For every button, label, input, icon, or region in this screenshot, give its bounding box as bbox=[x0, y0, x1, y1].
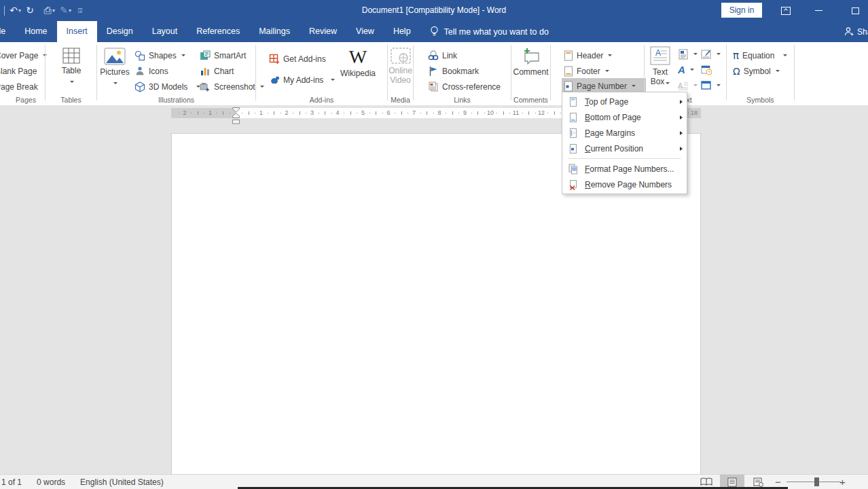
signature-line-icon bbox=[701, 49, 712, 60]
zoom-in-button[interactable]: + bbox=[839, 475, 846, 489]
restore-button[interactable] bbox=[846, 0, 864, 21]
share-button[interactable]: Share bbox=[844, 21, 868, 42]
equation-button[interactable]: π Equation bbox=[731, 48, 789, 63]
chart-label: Chart bbox=[214, 67, 234, 76]
group-label-links: Links bbox=[414, 96, 511, 104]
group-label-media: Media bbox=[388, 96, 413, 104]
quick-parts-button[interactable] bbox=[676, 46, 700, 62]
wikipedia-button[interactable]: W Wikipedia bbox=[336, 48, 380, 78]
online-video-button: Online Video bbox=[388, 48, 413, 85]
symbol-button[interactable]: Ω Symbol bbox=[731, 63, 782, 79]
cross-reference-button[interactable]: Cross-reference bbox=[426, 79, 503, 94]
menu-item-format-page-numbers[interactable]: Format Page Numbers... bbox=[562, 161, 687, 177]
tab-layout[interactable]: Layout bbox=[143, 21, 187, 42]
tab-file[interactable]: File bbox=[0, 21, 15, 42]
chart-button[interactable]: Chart bbox=[198, 63, 236, 79]
ribbon-display-options-button[interactable] bbox=[777, 0, 795, 21]
screenshot-icon bbox=[200, 82, 211, 92]
3d-models-button[interactable]: 3D Models bbox=[132, 79, 202, 94]
tab-home[interactable]: Home bbox=[15, 21, 56, 42]
web-layout-icon bbox=[753, 477, 763, 487]
ruler-tick bbox=[204, 113, 204, 113]
text-box-button[interactable]: A Text Box bbox=[646, 46, 674, 86]
ruler-tick bbox=[306, 113, 306, 113]
page-break-button[interactable]: Page Break bbox=[0, 79, 40, 94]
quick-parts-icon bbox=[678, 49, 689, 60]
word-count[interactable]: 0 words bbox=[37, 477, 65, 487]
menu-item-bottom-of-page[interactable]: Bottom of Page bbox=[562, 109, 687, 125]
table-button[interactable]: Table bbox=[58, 48, 85, 85]
ruler-tick bbox=[509, 113, 510, 113]
menu-item-remove-page-numbers[interactable]: Remove Page Numbers bbox=[562, 177, 687, 192]
wordart-icon: A bbox=[678, 64, 685, 75]
quick-parts-caret-icon bbox=[693, 53, 698, 55]
comment-button[interactable]: Comment bbox=[513, 48, 549, 77]
footer-button[interactable]: Footer bbox=[562, 63, 611, 79]
tell-me-label: Tell me what you want to do bbox=[444, 27, 549, 37]
group-separator bbox=[794, 45, 795, 101]
indent-markers[interactable] bbox=[232, 107, 240, 124]
ruler-tick bbox=[281, 113, 281, 113]
submenu-arrow-icon bbox=[680, 115, 683, 120]
menu-item-page-margins[interactable]: Page Margins bbox=[562, 125, 687, 141]
tab-mailings[interactable]: Mailings bbox=[249, 21, 300, 42]
date-time-button[interactable] bbox=[699, 62, 715, 77]
ruler-tick bbox=[376, 111, 376, 115]
icons-button[interactable]: Icons bbox=[132, 63, 170, 79]
group-label-pages: Pages bbox=[0, 96, 52, 104]
title-bar: ↶▾ ↻ ⎙▾ ✎▾ ⍗ Document1 [Compatibility Mo… bbox=[0, 0, 868, 21]
object-button[interactable] bbox=[699, 77, 723, 93]
sign-in-button[interactable]: Sign in bbox=[721, 3, 762, 18]
tab-references[interactable]: References bbox=[187, 21, 249, 42]
group-label-illustrations: Illustrations bbox=[97, 96, 255, 104]
object-caret-icon bbox=[717, 84, 721, 86]
link-button[interactable]: Link bbox=[426, 48, 459, 63]
wordart-caret-icon bbox=[690, 69, 694, 71]
page-count[interactable]: 1 of 1 bbox=[1, 477, 22, 487]
pictures-icon bbox=[104, 48, 126, 65]
wordart-button[interactable]: A bbox=[676, 62, 696, 77]
tab-view[interactable]: View bbox=[346, 21, 384, 42]
drop-cap-button: A bbox=[676, 77, 700, 93]
ruler-number: 12 bbox=[538, 109, 545, 116]
ruler-tick bbox=[319, 113, 319, 113]
menu-item-top-of-page[interactable]: Top of Page bbox=[562, 94, 687, 109]
ruler-tick bbox=[382, 113, 383, 113]
tab-insert[interactable]: Insert bbox=[57, 21, 97, 42]
ruler-tick bbox=[179, 113, 179, 113]
shapes-button[interactable]: Shapes bbox=[132, 48, 187, 63]
ruler-tick bbox=[401, 111, 402, 115]
ruler-tick bbox=[471, 113, 472, 113]
menu-label: Remove Page Numbers bbox=[585, 180, 672, 189]
zoom-slider-track[interactable] bbox=[786, 482, 841, 482]
blank-page-button[interactable]: Blank Page bbox=[0, 63, 39, 79]
ruler-tick bbox=[242, 113, 242, 113]
tab-review[interactable]: Review bbox=[300, 21, 346, 42]
ruler-tick bbox=[496, 113, 497, 113]
tell-me-box[interactable]: Tell me what you want to do bbox=[430, 21, 549, 42]
ruler-tick bbox=[688, 113, 689, 113]
header-icon bbox=[564, 50, 573, 61]
header-button[interactable]: Header bbox=[562, 48, 614, 63]
smartart-button[interactable]: SmartArt bbox=[198, 48, 248, 63]
tab-design[interactable]: Design bbox=[97, 21, 143, 42]
document-workspace: 12345678910111213141516171812 bbox=[0, 105, 868, 474]
my-addins-button[interactable]: My Add-ins bbox=[267, 72, 337, 88]
bookmark-button[interactable]: Bookmark bbox=[426, 63, 481, 79]
ruler-tick bbox=[369, 113, 370, 113]
signature-line-button[interactable] bbox=[699, 46, 723, 62]
menu-item-current-position[interactable]: Current Position bbox=[562, 141, 687, 156]
zoom-slider-handle[interactable] bbox=[814, 477, 819, 486]
pictures-caret-icon bbox=[113, 82, 117, 84]
my-addins-label: My Add-ins bbox=[283, 75, 323, 85]
pictures-button[interactable]: Pictures bbox=[100, 48, 130, 86]
language[interactable]: English (United States) bbox=[80, 477, 164, 487]
cover-page-button[interactable]: Cover Page bbox=[0, 48, 49, 63]
get-addins-button[interactable]: Get Add-ins bbox=[267, 51, 328, 67]
ruler-tick bbox=[408, 113, 408, 113]
symbol-icon: Ω bbox=[733, 66, 740, 77]
tab-help[interactable]: Help bbox=[384, 21, 420, 42]
text-box-label-line1: Text bbox=[653, 67, 668, 77]
minimize-button[interactable] bbox=[810, 0, 827, 21]
ruler-number: 18 bbox=[691, 109, 698, 116]
